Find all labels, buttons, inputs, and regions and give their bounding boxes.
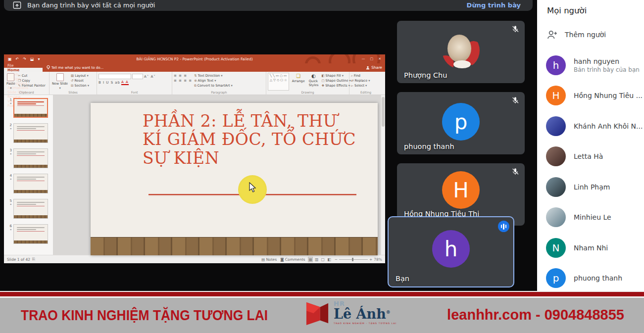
participant-row[interactable]: Khánh Anh Khôi N... xyxy=(537,111,644,142)
present-screen-icon xyxy=(13,1,21,9)
leanh-logo: HR Lê Ánh® TRAO KINH NGHIỆM - TẶNG TƯƠNG… xyxy=(306,300,396,327)
participant-avatar xyxy=(546,146,566,166)
slideshow-view-button[interactable]: ◧ xyxy=(327,257,331,262)
paste-button[interactable]: Paste▾ xyxy=(5,73,16,91)
shape-effects-icon: ❖ xyxy=(321,84,324,88)
leanh-logo-mark xyxy=(306,300,330,327)
participant-row[interactable]: h hanh nguyen Bản trình bày của bạn xyxy=(537,50,644,81)
slide-canvas[interactable]: PHẦN 2: LỄ TÂN, THƯ KÍ GIÁM ĐỐC, TỔ CHỨC… xyxy=(91,103,378,255)
slide-thumbnail[interactable]: 4✦ xyxy=(6,174,52,193)
copy-button[interactable]: ❐Copy xyxy=(18,79,46,83)
zoom-in-button[interactable]: + xyxy=(369,257,372,262)
powerpoint-window: ▣ ↶ ↷ ⬓ ▾ BÀI GIẢNG HCNSCN P2 - PowerPoi… xyxy=(4,54,385,263)
animation-star-icon: ✦ xyxy=(6,152,12,156)
quick-access-toolbar[interactable]: ▣ ↶ ↷ ⬓ ▾ xyxy=(8,57,40,61)
qat-customize-icon[interactable]: ▾ xyxy=(38,57,40,61)
font-color-button[interactable]: A A xyxy=(121,80,129,85)
layout-button[interactable]: ▤Layout▾ xyxy=(71,74,89,78)
shapes-gallery[interactable]: ╲ ╲ ▭ ○ ▭ △ ▽ ◇ ⬡ ☆ xyxy=(268,73,289,91)
slide-sorter-view-button[interactable]: ▥ xyxy=(315,257,319,262)
reading-view-button[interactable]: ▢ xyxy=(321,257,325,262)
arrange-button[interactable]: ❏ Arrange xyxy=(291,73,306,91)
zoom-percent[interactable]: 78% xyxy=(374,257,382,262)
add-people-button[interactable]: Thêm người xyxy=(547,30,644,39)
font-name-input[interactable] xyxy=(99,74,131,79)
list-buttons[interactable]: ≡ ≡ ≡ xyxy=(174,74,187,78)
find-button[interactable]: ⌕Find xyxy=(351,74,381,78)
slideshow-icon[interactable]: ⬓ xyxy=(30,57,34,61)
spellcheck-icon[interactable]: ⎘ xyxy=(32,257,35,262)
video-tile-you[interactable]: h Bạn xyxy=(388,216,514,287)
participant-name: hanh nguyen xyxy=(574,57,640,65)
slide-thumbnail[interactable]: 6✦ xyxy=(6,224,52,244)
participant-row[interactable]: Linh Phạm xyxy=(537,172,644,202)
person-add-icon xyxy=(547,30,558,39)
thumbnail-floor xyxy=(14,215,48,218)
align-text-icon: ⊜ xyxy=(194,79,197,83)
shape-effects-button[interactable]: ❖Shape Effects▾ xyxy=(321,84,350,88)
avatar-photo-cat xyxy=(442,32,480,69)
ribbon-group-drawing: ╲ ╲ ▭ ○ ▭ △ ▽ ◇ ⬡ ☆ ❏ Arrange ◐ Quick St… xyxy=(266,72,349,95)
section-button[interactable]: ⊟Section▾ xyxy=(71,84,89,88)
ribbon-group-font: A˄ A˅ B I U S ab A A Font xyxy=(97,72,172,95)
redo-icon[interactable]: ↷ xyxy=(23,57,26,61)
reset-button[interactable]: ↺Reset xyxy=(71,79,89,83)
lightbulb-icon xyxy=(47,65,50,70)
participant-row[interactable]: N Nham Nhi xyxy=(537,233,644,263)
participant-name: Minhieu Le xyxy=(574,213,611,221)
participant-row[interactable]: Minhieu Le xyxy=(537,202,644,233)
new-slide-button[interactable]: New Slide▾ xyxy=(51,73,69,91)
maximize-button[interactable]: ▢ xyxy=(370,57,374,61)
slide-counter: Slide 1 of 42 xyxy=(7,257,30,262)
replace-button[interactable]: ⇄Replace▾ xyxy=(351,79,381,83)
participant-name: Letta Hà xyxy=(574,152,603,160)
participant-row[interactable]: Letta Hà xyxy=(537,142,644,172)
ribbon-tab[interactable]: File xyxy=(4,63,43,68)
select-button[interactable]: ▻Select▾ xyxy=(351,84,381,88)
normal-view-button[interactable]: ▦ xyxy=(308,257,312,262)
new-slide-icon xyxy=(56,73,64,81)
align-text-button[interactable]: ⊜Align Text▾ xyxy=(194,79,233,83)
video-tile-phuong-chu[interactable]: Phượng Chu xyxy=(397,21,525,83)
close-button[interactable]: ✕ xyxy=(378,57,381,61)
tell-me-box[interactable]: Tell me what you want to do... xyxy=(43,63,103,72)
slide-thumbnail[interactable]: 2✦ xyxy=(6,123,52,143)
banner-slogan: TRAO KINH NGHIỆM TẶNG TƯƠNG LAI xyxy=(21,307,268,324)
font-size-input[interactable] xyxy=(132,74,143,79)
ribbon: Paste▾ ✂Cut ❐Copy ✎Format Painter Clipbo… xyxy=(4,72,385,95)
slide-editing-area[interactable]: PHẦN 2: LỄ TÂN, THƯ KÍ GIÁM ĐỐC, TỔ CHỨC… xyxy=(53,95,385,255)
slide-thumbnail[interactable]: 5✦ xyxy=(6,199,52,219)
mouse-cursor-icon xyxy=(249,182,257,193)
undo-icon[interactable]: ↶ xyxy=(16,57,19,61)
notes-button[interactable]: ▤ Notes xyxy=(261,257,277,262)
slide-thumbnails-panel[interactable]: 1✦ 2✦ xyxy=(4,95,53,255)
bottom-banner: TRAO KINH NGHIỆM TẶNG TƯƠNG LAI HR Lê Án… xyxy=(0,291,644,333)
shape-fill-button[interactable]: ◧Shape Fill▾ xyxy=(321,74,350,78)
comments-button[interactable]: ◙ Comments xyxy=(280,257,305,262)
participant-row[interactable]: H Hồng Nhung Tiêu ... xyxy=(537,81,644,111)
share-button[interactable]: Share xyxy=(366,63,382,72)
quick-styles-button[interactable]: ◐ Quick Styles xyxy=(308,73,320,91)
shape-outline-button[interactable]: ▢Shape Outline▾ xyxy=(321,79,350,83)
participant-avatar xyxy=(546,116,566,136)
slide-scrollbar[interactable] xyxy=(381,95,385,255)
stop-presenting-button[interactable]: Dừng trình bày xyxy=(464,1,524,9)
banner-contact: leanhhr.com - 0904848855 xyxy=(447,307,624,323)
font-style-buttons[interactable]: B I U S ab xyxy=(99,81,120,85)
participant-row[interactable]: p phuong thanh xyxy=(537,263,644,293)
zoom-out-button[interactable]: − xyxy=(335,257,338,262)
video-tile-phuong-thanh[interactable]: p phuong thanh xyxy=(397,92,525,154)
zoom-slider[interactable] xyxy=(339,259,368,260)
quick-styles-icon: ◐ xyxy=(311,73,316,79)
banner-red-stripe xyxy=(0,292,644,296)
slide-thumbnail[interactable]: 3✦ xyxy=(6,148,52,168)
participant-avatar: N xyxy=(546,238,566,258)
align-buttons[interactable]: ≡ ≡ ≡ ≡ xyxy=(174,79,192,83)
smartart-button[interactable]: ⧉Convert to SmartArt▾ xyxy=(194,84,233,88)
text-direction-button[interactable]: ⇅Text Direction▾ xyxy=(194,74,233,78)
grow-shrink-font-icons[interactable]: A˄ A˅ xyxy=(144,75,156,79)
cut-button[interactable]: ✂Cut xyxy=(18,74,46,78)
save-icon[interactable]: ▣ xyxy=(8,57,12,61)
minimize-button[interactable]: — xyxy=(362,57,365,61)
format-painter-button[interactable]: ✎Format Painter xyxy=(18,84,46,88)
